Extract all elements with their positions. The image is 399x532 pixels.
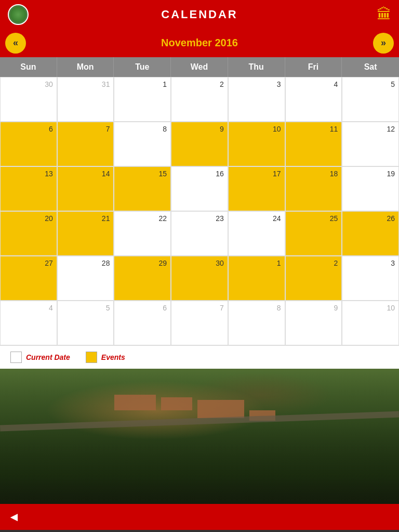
cal-cell[interactable]: 23 <box>171 211 228 256</box>
day-headers-row: Sun Mon Tue Wed Thu Fri Sat <box>0 57 399 77</box>
cal-cell[interactable]: 30 <box>0 77 57 122</box>
aerial-overlay <box>0 369 399 504</box>
cal-cell[interactable]: 3 <box>342 256 399 301</box>
cal-cell[interactable]: 12 <box>342 122 399 166</box>
header-fri: Fri <box>285 57 342 77</box>
cal-cell[interactable]: 13 <box>0 166 57 211</box>
events-swatch <box>86 352 97 363</box>
calendar-nav: « November 2016 » <box>0 29 399 57</box>
cal-cell[interactable]: 19 <box>342 166 399 211</box>
cal-cell[interactable]: 5 <box>57 301 114 345</box>
cal-cell[interactable]: 6 <box>114 301 171 345</box>
cal-cell[interactable]: 28 <box>57 256 114 301</box>
cal-cell[interactable]: 1 <box>114 77 171 122</box>
current-month-label: November 2016 <box>161 37 238 49</box>
header-sun: Sun <box>0 57 57 77</box>
cal-cell[interactable]: 22 <box>114 211 171 256</box>
building-icon: 🏛 <box>377 6 391 23</box>
events-label: Events <box>101 353 125 361</box>
legend-events: Events <box>86 352 125 363</box>
cal-cell[interactable]: 26 <box>342 211 399 256</box>
building-3 <box>197 400 244 418</box>
header-wed: Wed <box>171 57 228 77</box>
bottom-nav: ◄ <box>0 504 399 530</box>
cal-cell[interactable]: 18 <box>285 166 342 211</box>
header-tue: Tue <box>114 57 171 77</box>
aerial-photo <box>0 369 399 504</box>
cal-cell[interactable]: 6 <box>0 122 57 166</box>
header-mon: Mon <box>57 57 114 77</box>
cal-cell[interactable]: 7 <box>57 122 114 166</box>
building-2 <box>161 397 192 410</box>
cal-cell[interactable]: 9 <box>171 122 228 166</box>
cal-cell[interactable]: 25 <box>285 211 342 256</box>
cal-cell[interactable]: 7 <box>171 301 228 345</box>
header-thu: Thu <box>228 57 285 77</box>
cal-cell[interactable]: 8 <box>228 301 285 345</box>
cal-cell[interactable]: 3 <box>228 77 285 122</box>
cal-cell[interactable]: 4 <box>0 301 57 345</box>
legend-current-date: Current Date <box>10 352 70 363</box>
next-month-button[interactable]: » <box>373 33 394 54</box>
cal-cell[interactable]: 31 <box>57 77 114 122</box>
current-date-label: Current Date <box>26 353 70 361</box>
cal-cell[interactable]: 2 <box>285 256 342 301</box>
cal-cell[interactable]: 16 <box>171 166 228 211</box>
cal-cell[interactable]: 30 <box>171 256 228 301</box>
page-title: CALENDAR <box>161 8 237 21</box>
legend-bar: Current Date Events <box>0 345 399 369</box>
cal-cell[interactable]: 1 <box>228 256 285 301</box>
cal-cell[interactable]: 24 <box>228 211 285 256</box>
cal-cell[interactable]: 5 <box>342 77 399 122</box>
cal-cell[interactable]: 9 <box>285 301 342 345</box>
back-arrow-icon: ◄ <box>8 510 20 524</box>
cal-cell[interactable]: 2 <box>171 77 228 122</box>
header-sat: Sat <box>342 57 399 77</box>
cal-cell[interactable]: 14 <box>57 166 114 211</box>
school-crest <box>8 4 29 25</box>
cal-cell[interactable]: 27 <box>0 256 57 301</box>
cal-cell[interactable]: 8 <box>114 122 171 166</box>
cal-cell[interactable]: 11 <box>285 122 342 166</box>
back-button[interactable]: ◄ <box>8 510 20 524</box>
cal-cell[interactable]: 10 <box>342 301 399 345</box>
cal-cell[interactable]: 17 <box>228 166 285 211</box>
cal-cell[interactable]: 4 <box>285 77 342 122</box>
cal-cell[interactable]: 21 <box>57 211 114 256</box>
header: CALENDAR 🏛 <box>0 0 399 29</box>
building-1 <box>114 395 156 410</box>
cal-cell[interactable]: 15 <box>114 166 171 211</box>
current-date-swatch <box>10 352 22 363</box>
cal-cell[interactable]: 10 <box>228 122 285 166</box>
cal-cell[interactable]: 29 <box>114 256 171 301</box>
cal-cell[interactable]: 20 <box>0 211 57 256</box>
calendar-grid: 3031123456789101112131415161718192021222… <box>0 77 399 345</box>
calendar: Sun Mon Tue Wed Thu Fri Sat 303112345678… <box>0 57 399 345</box>
prev-month-button[interactable]: « <box>5 33 26 54</box>
